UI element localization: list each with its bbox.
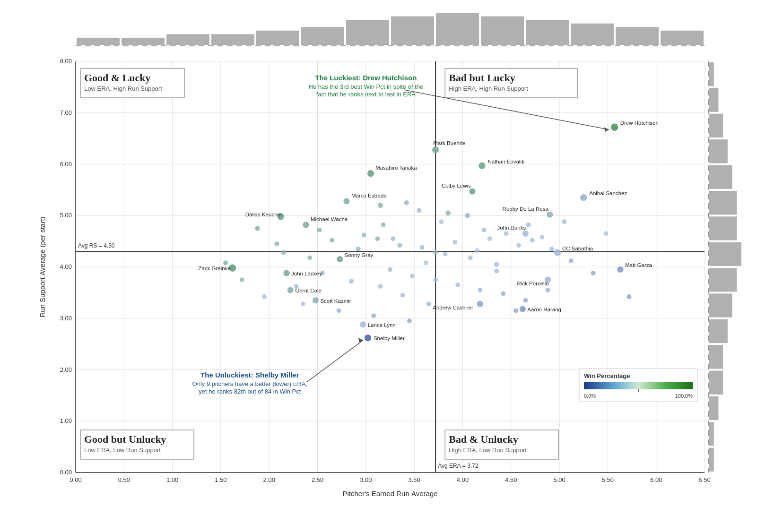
chart-container <box>28 5 775 532</box>
